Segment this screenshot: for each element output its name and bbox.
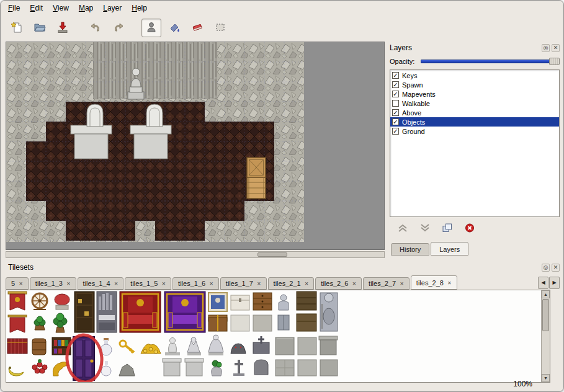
tileset-tab[interactable]: tiles_1_3✕: [30, 277, 76, 290]
tileset-tab[interactable]: tiles_2_7✕: [363, 277, 410, 290]
tileset-tab[interactable]: tiles_1_6✕: [172, 277, 219, 290]
map-horizontal-scrollbar[interactable]: [6, 251, 385, 258]
delete-layer-button[interactable]: [463, 223, 477, 234]
open-button[interactable]: [30, 19, 50, 37]
tileset-tab[interactable]: tiles_2_1✕: [268, 277, 315, 290]
layer-label: Keys: [402, 72, 417, 79]
layers-panel: Layers ◎ ✕ Opacity: ✓ Keys ✓ Spawn ✓ Map…: [390, 43, 560, 234]
menu-layer[interactable]: Layer: [98, 2, 127, 14]
tileset-tab[interactable]: 5✕: [6, 277, 29, 290]
redo-icon: [112, 21, 125, 35]
tileset-tab-bar: 5✕ tiles_1_3✕ tiles_1_4✕ tiles_1_5✕ tile…: [6, 275, 535, 290]
layer-checkbox[interactable]: [392, 100, 399, 107]
menu-view[interactable]: View: [48, 2, 74, 14]
layer-row-objects[interactable]: ✓ Objects: [390, 117, 559, 127]
tab-history[interactable]: History: [391, 243, 429, 256]
slider-handle[interactable]: [549, 58, 560, 65]
new-map-button[interactable]: [7, 19, 27, 37]
copy-icon: [442, 223, 453, 234]
redo-button[interactable]: [109, 19, 128, 37]
opacity-slider[interactable]: [421, 58, 560, 65]
tilesets-panel-title: Tilesets: [8, 263, 540, 272]
close-panel-button[interactable]: ✕: [552, 264, 560, 272]
undo-icon: [89, 21, 102, 35]
close-panel-button[interactable]: ✕: [552, 44, 560, 52]
tab-close-icon[interactable]: ✕: [161, 281, 166, 287]
opacity-control: Opacity:: [390, 58, 560, 65]
layer-row-spawn[interactable]: ✓ Spawn: [390, 80, 559, 89]
menu-file[interactable]: File: [3, 2, 25, 14]
map-render: [6, 42, 304, 242]
menu-map[interactable]: Map: [74, 2, 98, 14]
tab-close-icon[interactable]: ✕: [19, 281, 23, 287]
tab-close-icon[interactable]: ✕: [209, 281, 213, 287]
move-layer-down-button[interactable]: [418, 223, 432, 234]
layer-row-mapevents[interactable]: ✓ Mapevents: [390, 89, 559, 99]
tileset-grid[interactable]: ▲ ▼: [6, 290, 550, 383]
zoom-level: 100%: [513, 380, 532, 388]
tab-close-icon[interactable]: ✕: [400, 281, 404, 287]
scroll-tabs-right-button[interactable]: ▶: [549, 277, 560, 289]
chevrons-down-icon: [419, 223, 431, 234]
undo-button[interactable]: [86, 19, 105, 37]
tileset-tab-active[interactable]: tiles_2_8✕: [411, 275, 457, 290]
select-region-tool-button[interactable]: [210, 19, 230, 37]
layer-label: Walkable: [402, 100, 430, 107]
move-layer-up-button[interactable]: [396, 223, 410, 234]
toolbar: [7, 17, 233, 39]
tab-close-icon[interactable]: ✕: [305, 281, 309, 287]
map-canvas[interactable]: [6, 42, 385, 250]
app-window: File Edit View Map Layer Help: [0, 0, 564, 392]
layer-label: Ground: [402, 128, 425, 135]
float-panel-button[interactable]: ◎: [542, 264, 550, 272]
duplicate-layer-button[interactable]: [441, 223, 454, 234]
layer-row-above[interactable]: ✓ Above: [390, 108, 559, 117]
fill-tool-button[interactable]: [164, 19, 184, 37]
scrollbar-thumb[interactable]: [257, 252, 287, 257]
layer-checkbox[interactable]: ✓: [392, 128, 399, 135]
place-event-tool-button[interactable]: [141, 19, 161, 37]
menu-help[interactable]: Help: [127, 2, 152, 14]
slider-track: [421, 60, 558, 63]
float-panel-button[interactable]: ◎: [542, 44, 550, 52]
layer-label: Mapevents: [402, 91, 436, 98]
scrollbar-thumb[interactable]: [542, 299, 549, 331]
purple-door-tile: [73, 337, 94, 380]
layer-label: Spawn: [402, 81, 423, 89]
layers-panel-title: Layers: [390, 43, 540, 52]
scroll-tabs-left-button[interactable]: ◀: [538, 277, 548, 289]
eraser-icon: [191, 21, 204, 35]
tab-close-icon[interactable]: ✕: [114, 281, 119, 287]
layer-checkbox[interactable]: ✓: [392, 72, 399, 79]
tab-layers[interactable]: Layers: [431, 242, 468, 256]
tileset-vertical-scrollbar[interactable]: ▲ ▼: [541, 290, 550, 382]
eraser-tool-button[interactable]: [187, 19, 207, 37]
layer-row-walkable[interactable]: Walkable: [390, 99, 559, 108]
tab-close-icon[interactable]: ✕: [352, 281, 356, 287]
layer-row-ground[interactable]: ✓ Ground: [390, 127, 559, 136]
layer-row-keys[interactable]: ✓ Keys: [390, 71, 559, 80]
tileset-tab[interactable]: tiles_1_7✕: [220, 277, 267, 290]
tileset-tab[interactable]: tiles_1_4✕: [78, 277, 124, 290]
save-button[interactable]: [53, 19, 73, 37]
tilesets-panel-header: Tilesets ◎ ✕: [8, 262, 560, 272]
scroll-down-arrow[interactable]: ▼: [542, 374, 550, 382]
layer-label: Objects: [402, 118, 425, 126]
layer-checkbox[interactable]: ✓: [392, 81, 399, 88]
tab-close-icon[interactable]: ✕: [257, 281, 261, 287]
layer-checkbox[interactable]: ✓: [392, 91, 399, 97]
tileset-tab[interactable]: tiles_2_6✕: [315, 277, 362, 290]
tab-close-icon[interactable]: ✕: [447, 280, 452, 286]
layer-checkbox[interactable]: ✓: [392, 109, 399, 116]
dock-tabs: History Layers: [391, 242, 470, 256]
scroll-up-arrow[interactable]: ▲: [542, 290, 550, 298]
tab-close-icon[interactable]: ✕: [66, 281, 71, 287]
tilesets-panel: Tilesets ◎ ✕ 5✕ tiles_1_3✕ tiles_1_4✕ ti…: [4, 261, 561, 390]
selection-rectangle-icon: [214, 21, 226, 35]
person-icon: [145, 21, 158, 35]
opacity-label: Opacity:: [390, 58, 421, 65]
layers-panel-header: Layers ◎ ✕: [390, 43, 560, 53]
tileset-tab[interactable]: tiles_1_5✕: [125, 277, 171, 290]
layer-checkbox[interactable]: ✓: [392, 118, 399, 125]
menu-edit[interactable]: Edit: [25, 2, 48, 14]
